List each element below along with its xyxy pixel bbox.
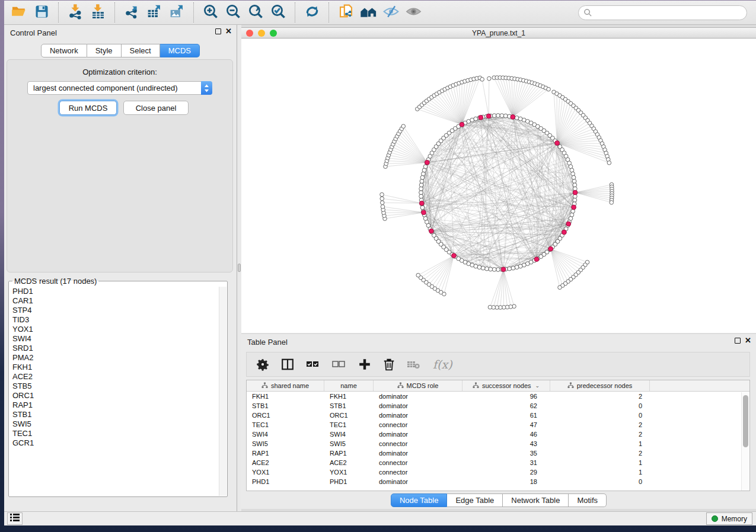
hide-selection-button[interactable] bbox=[381, 3, 400, 22]
column-header-predecessor-nodes[interactable]: predecessor nodes bbox=[550, 380, 650, 391]
zoom-out-button[interactable] bbox=[224, 3, 243, 22]
close-window-icon[interactable] bbox=[246, 30, 253, 37]
mcds-result-item[interactable]: GCR1 bbox=[12, 438, 219, 448]
table-row[interactable]: PHD1PHD1dominator180 bbox=[247, 477, 749, 486]
cell-predecessor-nodes: 2 bbox=[550, 448, 650, 458]
toolbar-separator bbox=[114, 2, 115, 23]
column-header-shared-name[interactable]: shared name bbox=[247, 380, 324, 391]
mcds-result-item[interactable]: YOX1 bbox=[12, 325, 219, 334]
save-session-button[interactable] bbox=[32, 3, 51, 22]
tab-edge-table[interactable]: Edge Table bbox=[447, 493, 503, 507]
column-header-successor-nodes[interactable]: successor nodes⌄ bbox=[462, 380, 550, 391]
scrollbar-thumb[interactable] bbox=[743, 395, 748, 447]
tab-network-table[interactable]: Network Table bbox=[503, 493, 569, 507]
mcds-result-item[interactable]: RAP1 bbox=[12, 400, 219, 410]
tab-node-table[interactable]: Node Table bbox=[391, 493, 448, 507]
mcds-result-item[interactable]: SWI5 bbox=[12, 419, 219, 429]
mcds-result-item[interactable]: STB1 bbox=[12, 410, 219, 419]
close-mcds-panel-button[interactable]: Close panel bbox=[123, 101, 189, 115]
table-row[interactable]: ORC1ORC1dominator610 bbox=[247, 411, 749, 420]
mcds-result-item[interactable]: PMA2 bbox=[12, 353, 219, 363]
panel-splitter[interactable] bbox=[237, 25, 241, 511]
table-row[interactable]: SWI5SWI5connector431 bbox=[247, 439, 749, 448]
table-row[interactable]: FKH1FKH1dominator962 bbox=[247, 392, 749, 401]
table-row[interactable]: YOX1YOX1connector291 bbox=[247, 467, 749, 477]
cell-mcds-role: connector bbox=[374, 458, 462, 467]
zoom-selected-button[interactable] bbox=[269, 3, 288, 22]
mcds-result-item[interactable]: SRD1 bbox=[12, 344, 219, 353]
toolbar-separator bbox=[295, 2, 295, 23]
cell-shared-name: STB1 bbox=[247, 401, 324, 411]
cell-predecessor-nodes: 2 bbox=[550, 420, 650, 430]
mcds-result-item[interactable]: STP4 bbox=[12, 306, 219, 315]
apply-layout-button[interactable] bbox=[302, 3, 321, 22]
column-header-MCDS-role[interactable]: MCDS role bbox=[374, 380, 462, 391]
mcds-result-item[interactable]: PHD1 bbox=[12, 287, 219, 296]
eye-icon bbox=[405, 4, 422, 22]
show-hide-columns-button[interactable] bbox=[281, 357, 294, 372]
float-table-panel-icon[interactable] bbox=[735, 338, 741, 344]
table-row[interactable]: STB1STB1dominator620 bbox=[247, 401, 749, 411]
cell-predecessor-nodes: 0 bbox=[550, 411, 650, 420]
mcds-result-list[interactable]: PHD1CAR1STP4TID3YOX1SWI4SRD1PMA2FKH1ACE2… bbox=[9, 287, 219, 496]
table-row[interactable]: SWI4SWI4dominator462 bbox=[247, 430, 749, 439]
close-table-panel-icon[interactable]: ✕ bbox=[745, 338, 751, 344]
zoom-in-button[interactable] bbox=[201, 3, 220, 22]
cell-shared-name: ORC1 bbox=[247, 411, 324, 420]
mcds-result-item[interactable]: ACE2 bbox=[12, 372, 219, 382]
column-type-icon bbox=[261, 382, 268, 390]
cell-successor-nodes: 43 bbox=[462, 439, 550, 448]
export-table-button[interactable] bbox=[145, 3, 164, 22]
cell-mcds-role: connector bbox=[374, 439, 462, 448]
create-column-button[interactable] bbox=[358, 357, 371, 372]
new-network-from-selection-button[interactable] bbox=[336, 3, 355, 22]
mcds-result-item[interactable]: TEC1 bbox=[12, 429, 219, 438]
tab-network[interactable]: Network bbox=[41, 44, 87, 57]
run-mcds-button[interactable]: Run MCDS bbox=[59, 101, 117, 115]
cell-mcds-role: dominator bbox=[374, 477, 462, 486]
mcds-result-item[interactable]: FKH1 bbox=[12, 363, 219, 372]
tab-mcds[interactable]: MCDS bbox=[160, 44, 200, 57]
export-network-button[interactable] bbox=[122, 3, 141, 22]
open-session-button[interactable] bbox=[9, 3, 28, 22]
network-canvas[interactable] bbox=[241, 39, 756, 333]
mcds-result-item[interactable]: SWI4 bbox=[12, 334, 219, 344]
mcds-result-item[interactable]: ORC1 bbox=[12, 391, 219, 400]
zoom-fit-button[interactable] bbox=[246, 3, 265, 22]
table-row[interactable]: ACE2ACE2connector311 bbox=[247, 458, 749, 467]
import-table-button[interactable] bbox=[88, 3, 107, 22]
column-settings-button[interactable] bbox=[256, 357, 269, 372]
folder-icon bbox=[11, 4, 27, 21]
show-all-button[interactable] bbox=[404, 3, 423, 22]
table-row[interactable]: RAP1RAP1dominator352 bbox=[247, 448, 749, 458]
network-view-window: YPA_prune.txt_1 bbox=[241, 27, 756, 332]
tab-motifs[interactable]: Motifs bbox=[569, 493, 607, 507]
first-neighbors-button[interactable] bbox=[359, 3, 378, 22]
mcds-result-item[interactable]: STB5 bbox=[12, 382, 219, 391]
show-panels-menu-button[interactable] bbox=[7, 512, 23, 525]
search-input[interactable] bbox=[578, 5, 747, 20]
export-image-button[interactable] bbox=[167, 3, 186, 22]
tab-style[interactable]: Style bbox=[87, 44, 122, 57]
cell-mcds-role: connector bbox=[374, 420, 462, 430]
maximize-window-icon[interactable] bbox=[270, 30, 277, 37]
cell-filler bbox=[650, 430, 749, 439]
table-vertical-scrollbar[interactable] bbox=[741, 392, 749, 491]
optimization-criterion-select[interactable]: largest connected component (undirected) bbox=[27, 81, 212, 95]
select-all-checkboxes-button[interactable] bbox=[306, 357, 320, 372]
minimize-window-icon[interactable] bbox=[258, 30, 265, 37]
mcds-list-scrollbar[interactable] bbox=[219, 287, 227, 496]
table-row[interactable]: TEC1TEC1connector472 bbox=[247, 420, 749, 430]
mcds-result-item[interactable]: CAR1 bbox=[12, 296, 219, 306]
memory-button[interactable]: Memory bbox=[706, 512, 752, 525]
tab-select[interactable]: Select bbox=[122, 44, 160, 57]
close-panel-icon[interactable]: ✕ bbox=[225, 28, 232, 34]
network-window-titlebar[interactable]: YPA_prune.txt_1 bbox=[241, 28, 756, 39]
clear-checkboxes-button[interactable] bbox=[332, 357, 346, 372]
splitter-handle-icon[interactable] bbox=[238, 264, 241, 272]
import-network-button[interactable] bbox=[66, 3, 85, 22]
mcds-result-item[interactable]: TID3 bbox=[12, 315, 219, 325]
column-header-name[interactable]: name bbox=[324, 380, 374, 391]
delete-columns-button[interactable] bbox=[383, 357, 395, 372]
float-panel-icon[interactable] bbox=[215, 28, 221, 34]
